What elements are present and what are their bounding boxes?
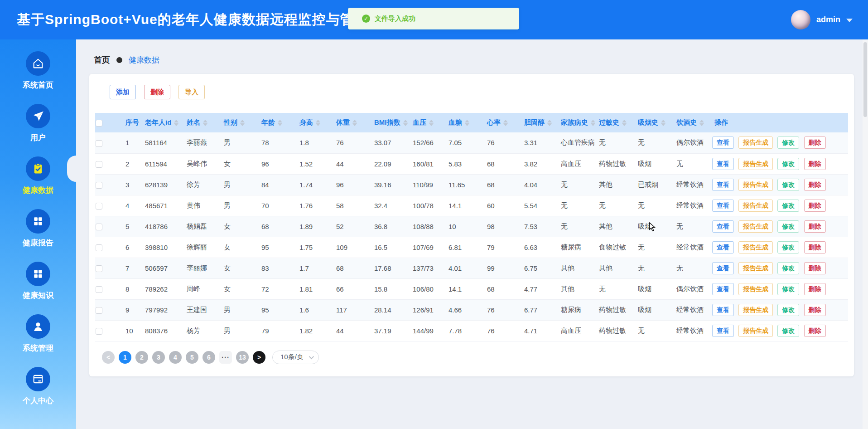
row-checkbox[interactable] xyxy=(96,182,102,189)
delete-row-button[interactable]: 删除 xyxy=(804,325,826,337)
row-checkbox[interactable] xyxy=(96,307,102,314)
report-generate-button[interactable]: 报告生成 xyxy=(738,136,773,149)
report-generate-button[interactable]: 报告生成 xyxy=(738,241,773,253)
add-button[interactable]: 添加 xyxy=(110,85,136,99)
breadcrumb-home[interactable]: 首页 xyxy=(94,54,110,65)
report-generate-button[interactable]: 报告生成 xyxy=(738,220,773,233)
col-header-drinking-history[interactable]: 饮酒史 xyxy=(672,113,710,132)
sort-carets-icon[interactable] xyxy=(203,120,207,126)
page-size-select[interactable]: 10条/页 xyxy=(272,351,319,364)
delete-row-button[interactable]: 删除 xyxy=(804,262,826,274)
edit-button[interactable]: 修改 xyxy=(777,304,799,316)
edit-button[interactable]: 修改 xyxy=(777,325,799,337)
row-checkbox[interactable] xyxy=(96,140,102,147)
sidebar-item-health-knowledge[interactable]: 健康知识 xyxy=(0,262,76,301)
report-generate-button[interactable]: 报告生成 xyxy=(738,283,773,295)
edit-button[interactable]: 修改 xyxy=(777,136,799,149)
delete-row-button[interactable]: 删除 xyxy=(804,136,826,149)
col-header-age[interactable]: 年龄 xyxy=(257,113,295,132)
col-header-smoking-history[interactable]: 吸烟史 xyxy=(633,113,672,132)
delete-row-button[interactable]: 删除 xyxy=(804,220,826,233)
col-header-bmi[interactable]: BMI指数 xyxy=(370,113,408,132)
sort-carets-icon[interactable] xyxy=(699,120,704,126)
col-header-blood-pressure[interactable]: 血压 xyxy=(408,113,444,132)
sort-carets-icon[interactable] xyxy=(278,120,282,126)
sort-carets-icon[interactable] xyxy=(429,120,434,126)
delete-row-button[interactable]: 删除 xyxy=(804,200,826,212)
delete-row-button[interactable]: 删除 xyxy=(804,304,826,316)
vertical-scrollbar[interactable] xyxy=(863,39,868,429)
page-button-5[interactable]: 5 xyxy=(186,351,198,364)
edit-button[interactable]: 修改 xyxy=(777,241,799,253)
col-header-elder-id[interactable]: 老年人id xyxy=(140,113,182,132)
col-header-cholesterol[interactable]: 胆固醇 xyxy=(520,113,556,132)
view-button[interactable]: 查看 xyxy=(712,283,734,295)
report-generate-button[interactable]: 报告生成 xyxy=(738,200,773,212)
col-header-gender[interactable]: 性别 xyxy=(219,113,257,132)
row-checkbox[interactable] xyxy=(96,244,102,251)
col-header-allergy-history[interactable]: 过敏史 xyxy=(594,113,633,132)
report-generate-button[interactable]: 报告生成 xyxy=(738,262,773,274)
delete-button[interactable]: 删除 xyxy=(144,85,170,99)
delete-row-button[interactable]: 删除 xyxy=(804,283,826,295)
sort-carets-icon[interactable] xyxy=(661,120,665,126)
page-button-1[interactable]: 1 xyxy=(119,351,131,364)
view-button[interactable]: 查看 xyxy=(712,304,734,316)
more-pages-icon[interactable]: ··· xyxy=(219,351,232,364)
sort-carets-icon[interactable] xyxy=(622,120,627,126)
sidebar-item-system-home[interactable]: 系统首页 xyxy=(0,51,76,90)
col-header-name[interactable]: 姓名 xyxy=(182,113,219,132)
user-menu[interactable]: admin xyxy=(791,0,853,39)
view-button[interactable]: 查看 xyxy=(712,200,734,212)
sidebar-item-health-report[interactable]: 健康报告 xyxy=(0,209,76,248)
sidebar-item-users[interactable]: 用户 xyxy=(0,104,76,143)
import-button[interactable]: 导入 xyxy=(178,85,205,99)
report-generate-button[interactable]: 报告生成 xyxy=(738,179,773,191)
edit-button[interactable]: 修改 xyxy=(777,283,799,295)
view-button[interactable]: 查看 xyxy=(712,220,734,233)
edit-button[interactable]: 修改 xyxy=(777,220,799,233)
view-button[interactable]: 查看 xyxy=(712,158,734,170)
row-checkbox[interactable] xyxy=(96,161,102,168)
delete-row-button[interactable]: 删除 xyxy=(804,179,826,191)
scrollbar-thumb[interactable] xyxy=(863,42,867,117)
page-button-4[interactable]: 4 xyxy=(169,351,182,364)
sidebar-item-system-manage[interactable]: 系统管理 xyxy=(0,314,76,353)
row-checkbox[interactable] xyxy=(96,203,102,210)
prev-page-button[interactable]: < xyxy=(102,351,115,364)
row-checkbox[interactable] xyxy=(96,224,102,230)
col-header-heart-rate[interactable]: 心率 xyxy=(482,113,520,132)
sidebar-item-personal-center[interactable]: 个人中心 xyxy=(0,367,76,406)
edit-button[interactable]: 修改 xyxy=(777,262,799,274)
row-checkbox[interactable] xyxy=(96,328,102,335)
col-header-family-history[interactable]: 家族病史 xyxy=(556,113,594,132)
sidebar-item-health-data[interactable]: 健康数据 xyxy=(0,156,76,195)
edit-button[interactable]: 修改 xyxy=(777,179,799,191)
page-button-3[interactable]: 3 xyxy=(152,351,165,364)
sort-carets-icon[interactable] xyxy=(240,120,245,126)
sort-carets-icon[interactable] xyxy=(465,120,469,126)
edit-button[interactable]: 修改 xyxy=(777,158,799,170)
avatar[interactable] xyxy=(791,10,810,29)
sort-carets-icon[interactable] xyxy=(352,120,357,126)
page-button-6[interactable]: 6 xyxy=(203,351,215,364)
report-generate-button[interactable]: 报告生成 xyxy=(738,304,773,316)
col-header-blood-sugar[interactable]: 血糖 xyxy=(444,113,482,132)
page-button-13[interactable]: 13 xyxy=(236,351,249,364)
sort-carets-icon[interactable] xyxy=(591,120,595,126)
delete-row-button[interactable]: 删除 xyxy=(804,158,826,170)
view-button[interactable]: 查看 xyxy=(712,136,734,149)
select-all-checkbox[interactable] xyxy=(96,120,102,127)
sort-carets-icon[interactable] xyxy=(547,120,552,126)
report-generate-button[interactable]: 报告生成 xyxy=(738,325,773,337)
next-page-button[interactable]: > xyxy=(253,351,265,364)
sort-carets-icon[interactable] xyxy=(316,120,320,126)
page-button-2[interactable]: 2 xyxy=(135,351,148,364)
view-button[interactable]: 查看 xyxy=(712,325,734,337)
view-button[interactable]: 查看 xyxy=(712,241,734,253)
col-header-weight[interactable]: 体重 xyxy=(332,113,370,132)
col-header-height[interactable]: 身高 xyxy=(295,113,332,132)
row-checkbox[interactable] xyxy=(96,286,102,293)
edit-button[interactable]: 修改 xyxy=(777,200,799,212)
view-button[interactable]: 查看 xyxy=(712,262,734,274)
